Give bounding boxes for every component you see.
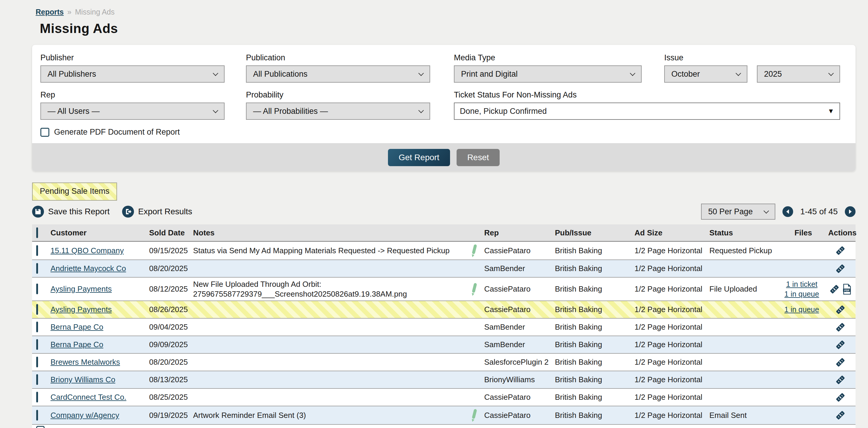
svg-text:PDF: PDF: [844, 289, 850, 292]
status-cell: Email Sent: [709, 409, 778, 422]
customer-link[interactable]: 15.11 QBO Company: [51, 246, 124, 255]
row-checkbox-cell: [32, 409, 51, 422]
reset-button[interactable]: Reset: [457, 149, 500, 166]
ticket-icon[interactable]: [835, 264, 845, 274]
row-checkbox[interactable]: [36, 426, 44, 428]
ticket-icon[interactable]: [835, 392, 845, 402]
issue-filter: Issue October 2025: [664, 53, 840, 83]
actions-cell: [828, 355, 856, 369]
ticket-icon[interactable]: [835, 375, 845, 385]
select-all-checkbox[interactable]: [36, 227, 38, 238]
pub-issue-cell: British Baking: [555, 391, 634, 404]
ad-size-cell: 1/2 Page Horizontal: [634, 338, 709, 351]
row-checkbox-cell: [32, 262, 51, 275]
ad-size-cell: 1/2 Page Horizontal: [634, 244, 709, 257]
customer-link[interactable]: Briony Williams Co: [51, 375, 115, 384]
row-checkbox[interactable]: [36, 304, 38, 315]
row-checkbox[interactable]: [36, 392, 38, 402]
customer-cell: Andriette Maycock Co: [51, 262, 149, 275]
breadcrumb-reports-link[interactable]: Reports: [36, 8, 64, 16]
ticket-icon[interactable]: [835, 246, 845, 256]
actions-cell: [828, 262, 856, 276]
probability-select[interactable]: — All Probabilities —: [246, 103, 430, 120]
customer-link[interactable]: Company w/Agency: [51, 411, 119, 420]
rep-select[interactable]: — All Users —: [40, 103, 224, 120]
publication-select[interactable]: All Publications: [246, 65, 430, 83]
edit-note-icon[interactable]: [470, 244, 478, 258]
actions-cell: PDF: [828, 282, 856, 296]
customer-link[interactable]: CardConnect Test Co.: [51, 393, 126, 402]
customer-link[interactable]: Berna Pape Co: [51, 322, 103, 332]
row-checkbox[interactable]: [36, 284, 38, 294]
file-link[interactable]: 1 in queue: [778, 289, 825, 299]
media-type-select[interactable]: Print and Digital: [454, 65, 642, 83]
row-checkbox[interactable]: [36, 410, 38, 421]
customer-link[interactable]: Andriette Maycock Co: [51, 264, 126, 273]
row-checkbox[interactable]: [36, 339, 38, 350]
pending-sale-items-tab[interactable]: Pending Sale Items: [32, 182, 117, 201]
chevron-down-icon: [630, 70, 635, 76]
file-link[interactable]: 1 in ticket: [778, 279, 825, 289]
rep-cell: BrionyWilliams: [484, 373, 555, 386]
table-row: Company w/Agency09/19/2025Artwork Remind…: [32, 406, 856, 425]
status-cell: File Uploaded: [709, 283, 778, 295]
table-row: Berna Pape Co09/09/2025SamBenderBritish …: [32, 336, 856, 354]
row-checkbox[interactable]: [36, 245, 38, 256]
ticket-icon[interactable]: [835, 322, 845, 332]
issue-year-select[interactable]: 2025: [757, 65, 840, 83]
notes-cell: [193, 361, 484, 364]
ticket-icon[interactable]: [835, 340, 845, 350]
ticket-icon[interactable]: [829, 284, 839, 294]
get-report-button[interactable]: Get Report: [388, 149, 450, 166]
status-cell: [709, 361, 778, 364]
customer-link[interactable]: Berna Pape Co: [51, 340, 103, 349]
issue-label: Issue: [664, 53, 840, 62]
ad-size-cell: 1/2 Page Horizontal: [634, 391, 709, 404]
ticket-status-value: Done, Pickup Confirmed: [460, 107, 547, 116]
probability-value: — All Probabilities —: [253, 107, 328, 116]
customer-cell: Brewers Metalworks: [51, 356, 149, 369]
edit-note-icon[interactable]: [470, 282, 478, 296]
table-row: CardConnect Test Co.08/25/2025CassiePata…: [32, 389, 856, 406]
publisher-select[interactable]: All Publishers: [40, 65, 224, 83]
row-checkbox[interactable]: [36, 374, 38, 385]
notes-cell: [193, 325, 484, 329]
row-checkbox[interactable]: [36, 357, 38, 367]
media-type-label: Media Type: [454, 53, 642, 62]
pub-issue-cell: British Baking: [555, 244, 634, 257]
row-checkbox[interactable]: [36, 322, 38, 332]
generate-pdf-checkbox[interactable]: [40, 128, 49, 137]
customer-link[interactable]: Brewers Metalworks: [51, 358, 120, 367]
customer-link[interactable]: Aysling Payments: [51, 284, 112, 293]
actions-cell: [828, 373, 856, 387]
per-page-select[interactable]: 50 Per Page: [701, 204, 775, 220]
next-page-button[interactable]: [845, 206, 856, 217]
row-checkbox-cell: [32, 283, 51, 295]
edit-note-icon[interactable]: [470, 408, 478, 422]
ticket-icon[interactable]: [835, 410, 845, 420]
customer-cell: Berna Pape Co: [51, 321, 149, 334]
pub-issue-cell: British Baking: [555, 373, 634, 386]
export-results-button[interactable]: Export Results: [122, 206, 192, 218]
customer-link[interactable]: Aysling Payments: [51, 305, 112, 314]
ticket-status-combobox[interactable]: Done, Pickup Confirmed ▼: [454, 103, 840, 120]
note-text: Artwork Reminder Email Sent (3): [193, 410, 306, 420]
pdf-file-icon[interactable]: PDF: [842, 284, 851, 294]
probability-filter: Probability — All Probabilities —: [246, 90, 430, 120]
save-report-button[interactable]: Save this Report: [32, 206, 110, 218]
issue-month-select[interactable]: October: [664, 65, 747, 83]
rep-label: Rep: [40, 90, 224, 99]
row-checkbox-cell: [32, 338, 51, 351]
ad-size-cell: 1/2 Page Horizontal: [634, 321, 709, 334]
rep-cell: CassiePataro: [484, 303, 555, 316]
breadcrumb-current: Missing Ads: [75, 8, 114, 16]
header-status: Status: [709, 227, 778, 239]
ticket-icon[interactable]: [835, 357, 845, 367]
per-page-value: 50 Per Page: [708, 207, 753, 217]
previous-page-button[interactable]: [782, 206, 793, 217]
file-link[interactable]: 1 in queue: [778, 305, 825, 314]
actions-cell: [828, 391, 856, 404]
ticket-icon[interactable]: [835, 305, 845, 315]
row-checkbox[interactable]: [36, 263, 38, 274]
filter-actions-bar: Get Report Reset: [32, 143, 856, 171]
